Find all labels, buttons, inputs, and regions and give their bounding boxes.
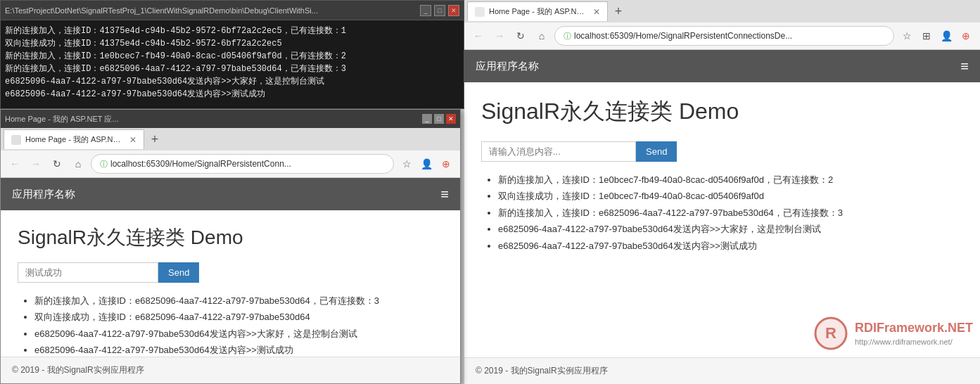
small-address-bar[interactable]: ⓘ localhost:65309/Home/SignalRPersistent… <box>91 154 394 174</box>
small-home-btn[interactable]: ⌂ <box>70 155 87 172</box>
small-max-btn[interactable]: □ <box>434 114 444 124</box>
large-browser-chrome: Home Page - 我的 ASP.NET 应... ✕ + ← → ↻ ⌂ … <box>464 0 980 50</box>
list-item: 新的连接加入，连接ID：e6825096-4aa7-4122-a797-97ba… <box>34 293 443 309</box>
large-browser-nav: ← → ↻ ⌂ ⓘ localhost:65309/Home/SignalRPe… <box>464 23 980 49</box>
terminal-titlebar: E:\TestProject\DotNet\SignalRTestProj_1\… <box>1 1 464 20</box>
large-lock-icon: ⓘ <box>564 31 571 41</box>
large-browser-tabs: Home Page - 我的 ASP.NET 应... ✕ + <box>464 0 980 23</box>
large-message-form: Send <box>481 141 963 162</box>
small-app-navbar: 应用程序名称 ≡ <box>1 178 460 210</box>
rdi-logo-icon: R <box>814 316 848 350</box>
large-nav-actions: ☆ ⊞ 👤 ⊕ <box>898 27 974 44</box>
small-new-tab-btn[interactable]: + <box>146 130 164 148</box>
small-hamburger[interactable]: ≡ <box>440 186 449 203</box>
small-browser-title-text: Home Page - 我的 ASP.NET 应... <box>5 114 119 124</box>
small-close-btn[interactable]: ✕ <box>446 114 456 124</box>
list-item: 双向连接成功，连接ID：1e0bcec7-fb49-40a0-8cac-d054… <box>498 188 963 204</box>
large-tab-favicon <box>475 7 485 17</box>
terminal-title: E:\TestProject\DotNet\SignalRTestProj_1\… <box>5 6 318 15</box>
small-url-text: localhost:65309/Home/SignalRPersistentCo… <box>110 159 291 169</box>
small-star-btn[interactable]: ☆ <box>398 155 415 172</box>
large-message-list: 新的连接加入，连接ID：1e0bcec7-fb49-40a0-8cac-d054… <box>481 172 963 254</box>
small-browser-tabs: Home Page - 我的 ASP.NET 应... ✕ + <box>1 128 460 151</box>
large-star-btn[interactable]: ☆ <box>898 27 915 44</box>
rdi-url-text: http://www.rdiframework.net/ <box>855 337 973 347</box>
large-menu-btn[interactable]: ⊕ <box>957 27 974 44</box>
small-forward-btn[interactable]: → <box>27 155 44 172</box>
large-hamburger[interactable]: ≡ <box>960 58 969 75</box>
large-brand: 应用程序名称 <box>476 60 539 73</box>
small-page-footer: © 2019 - 我的SignalR实例应用程序 <box>1 357 460 383</box>
rdi-brand-name: RDIFramework.NET <box>855 320 973 336</box>
large-page-content: SignalR永久连接类 Demo Send 新的连接加入，连接ID：1e0bc… <box>464 82 980 357</box>
list-item: e6825096-4aa7-4122-a797-97babe530d64发送内容… <box>34 342 443 357</box>
list-item: 双向连接成功，连接ID：e6825096-4aa7-4122-a797-97ba… <box>34 309 443 325</box>
large-ext-btn[interactable]: ⊞ <box>918 27 935 44</box>
large-new-tab-btn[interactable]: + <box>609 2 628 20</box>
large-address-bar[interactable]: ⓘ localhost:65309/Home/SignalRPersistent… <box>554 26 894 46</box>
small-message-list: 新的连接加入，连接ID：e6825096-4aa7-4122-a797-97ba… <box>18 293 443 357</box>
small-refresh-btn[interactable]: ↻ <box>49 155 65 172</box>
large-back-btn[interactable]: ← <box>470 27 487 44</box>
list-item: e6825096-4aa7-4122-a797-97babe530d64发送内容… <box>498 238 963 254</box>
large-app-navbar: 应用程序名称 ≡ <box>464 50 980 82</box>
small-browser-tab[interactable]: Home Page - 我的 ASP.NET 应... ✕ <box>4 129 144 149</box>
small-browser-titlebar: Home Page - 我的 ASP.NET 应... _ □ ✕ <box>1 110 460 128</box>
small-person-btn[interactable]: 👤 <box>418 155 435 172</box>
small-page-title: SignalR永久连接类 Demo <box>18 224 443 251</box>
small-message-form: Send <box>18 262 443 283</box>
list-item: 新的连接加入，连接ID：1e0bcec7-fb49-40a0-8cac-d054… <box>498 172 963 188</box>
small-tab-title: Home Page - 我的 ASP.NET 应... <box>25 134 125 145</box>
list-item: 新的连接加入，连接ID：e6825096-4aa7-4122-a797-97ba… <box>498 205 963 221</box>
large-url-text: localhost:65309/Home/SignalRPersistentCo… <box>574 31 792 41</box>
large-tab-title: Home Page - 我的 ASP.NET 应... <box>489 6 589 17</box>
large-browser-window: Home Page - 我的 ASP.NET 应... ✕ + ← → ↻ ⌂ … <box>464 0 980 384</box>
tab-favicon <box>11 135 21 145</box>
window-controls: _ □ ✕ <box>420 5 459 16</box>
small-min-btn[interactable]: _ <box>422 114 432 124</box>
rdi-text: RDIFramework.NET http://www.rdiframework… <box>855 320 973 347</box>
rdi-watermark: R RDIFramework.NET http://www.rdiframewo… <box>814 316 973 350</box>
large-forward-btn[interactable]: → <box>491 27 508 44</box>
large-refresh-btn[interactable]: ↻ <box>512 27 529 44</box>
small-nav-actions: ☆ 👤 ⊕ <box>398 155 454 172</box>
small-tab-close[interactable]: ✕ <box>129 135 136 145</box>
maximize-btn[interactable]: □ <box>434 5 445 16</box>
terminal-window: E:\TestProject\DotNet\SignalRTestProj_1\… <box>0 0 464 109</box>
terminal-container: E:\TestProject\DotNet\SignalRTestProj_1\… <box>0 0 464 384</box>
large-page-title: SignalR永久连接类 Demo <box>481 96 963 127</box>
large-footer-text: © 2019 - 我的SignalR实例应用程序 <box>476 366 608 376</box>
small-lock-icon: ⓘ <box>100 159 108 169</box>
small-browser-chrome: Home Page - 我的 ASP.NET 应... ✕ + ← → ↻ ⌂ … <box>1 128 460 178</box>
small-brand: 应用程序名称 <box>12 188 75 201</box>
large-message-input[interactable] <box>481 141 636 162</box>
large-person-btn[interactable]: 👤 <box>938 27 955 44</box>
list-item: e6825096-4aa7-4122-a797-97babe530d64发送内容… <box>498 221 963 237</box>
small-back-btn[interactable]: ← <box>6 155 23 172</box>
list-item: e6825096-4aa7-4122-a797-97babe530d64发送内容… <box>34 326 443 342</box>
close-btn[interactable]: ✕ <box>448 5 459 16</box>
large-send-btn[interactable]: Send <box>636 141 677 162</box>
small-footer-text: © 2019 - 我的SignalR实例应用程序 <box>12 365 144 375</box>
small-browser-window: Home Page - 我的 ASP.NET 应... _ □ ✕ Home P… <box>0 109 461 384</box>
minimize-btn[interactable]: _ <box>420 5 431 16</box>
large-home-btn[interactable]: ⌂ <box>533 27 550 44</box>
terminal-content: 新的连接加入，连接ID：41375e4d-c94b-45b2-9572-6bf7… <box>1 20 464 108</box>
small-message-input[interactable] <box>18 262 158 283</box>
small-send-btn[interactable]: Send <box>158 262 199 283</box>
large-tab-close[interactable]: ✕ <box>593 7 600 17</box>
svg-text:R: R <box>825 324 836 342</box>
large-browser-tab[interactable]: Home Page - 我的 ASP.NET 应... ✕ <box>467 1 608 21</box>
small-browser-nav: ← → ↻ ⌂ ⓘ localhost:65309/Home/SignalRPe… <box>1 151 460 177</box>
small-menu-btn[interactable]: ⊕ <box>438 155 454 172</box>
small-page-content: SignalR永久连接类 Demo Send 新的连接加入，连接ID：e6825… <box>1 210 460 357</box>
small-win-controls: _ □ ✕ <box>422 114 456 124</box>
large-page-footer: © 2019 - 我的SignalR实例应用程序 <box>464 357 980 384</box>
